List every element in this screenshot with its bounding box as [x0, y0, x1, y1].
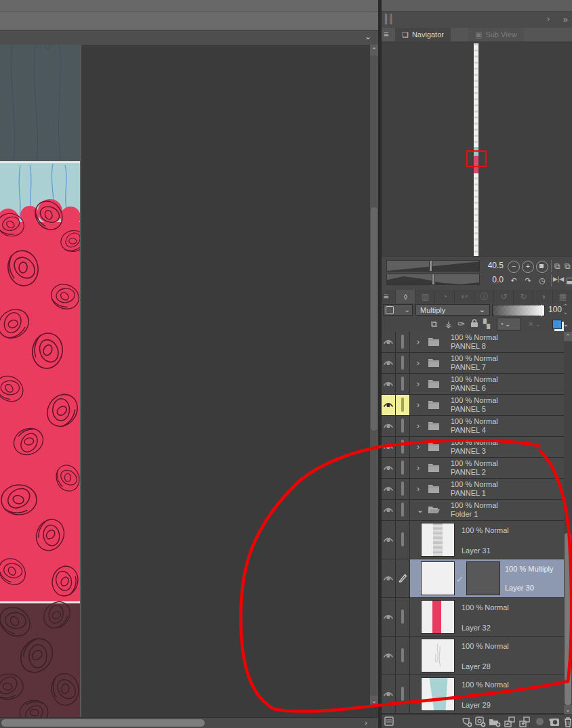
- layer-folder-row[interactable]: › 100 % Normal PANNEL 8: [382, 332, 564, 353]
- layer-checkbox[interactable]: [396, 500, 410, 520]
- layer-visibility-eye-icon[interactable]: [382, 332, 396, 352]
- canvas-vertical-scrollbar[interactable]: ⌃ ⌄: [370, 45, 378, 706]
- layer-thumbnail[interactable]: [421, 639, 455, 672]
- layer-row-main[interactable]: ⌄ 100 % Normal Folder 1: [410, 500, 564, 520]
- layer-checkbox[interactable]: [396, 458, 410, 478]
- layer-checkbox[interactable]: [396, 353, 410, 373]
- layer-scroll-thumb[interactable]: [565, 533, 571, 705]
- layer-visibility-eye-icon[interactable]: [382, 416, 396, 436]
- navigator-view-rectangle[interactable]: [466, 150, 487, 167]
- zoom-slider[interactable]: [386, 260, 480, 272]
- new-layer-settings-icon[interactable]: [475, 716, 487, 727]
- chevron-right-icon[interactable]: ›: [417, 358, 420, 368]
- chevron-right-icon[interactable]: ›: [417, 400, 420, 410]
- layer-folder-row[interactable]: › 100 % Normal PANNEL 4: [382, 416, 564, 437]
- expand-panel-icon[interactable]: »: [563, 14, 568, 24]
- palette-tab-auto-action-palette[interactable]: ◔: [434, 290, 455, 303]
- layer-row-main[interactable]: 100 % Normal Layer 28: [410, 637, 564, 675]
- palette-tab-information-palette[interactable]: ⓘ: [474, 290, 494, 303]
- layer-visibility-eye-icon[interactable]: [382, 598, 396, 636]
- scroll-up-icon[interactable]: ⌃: [564, 332, 572, 341]
- new-folder-icon[interactable]: [489, 716, 502, 727]
- layer-row[interactable]: 100 % Normal Layer 29: [382, 675, 564, 714]
- palette-tab-material-palette-1[interactable]: ↺: [493, 290, 514, 303]
- chevron-right-icon[interactable]: ›: [417, 421, 420, 431]
- chevron-right-icon[interactable]: ›: [417, 379, 420, 389]
- layer-row-main[interactable]: › 100 % Normal PANNEL 3: [410, 437, 564, 457]
- layer-row-main[interactable]: › 100 % Normal PANNEL 7: [410, 353, 564, 373]
- layer-folder-row[interactable]: › 100 % Normal PANNEL 3: [382, 437, 564, 458]
- scroll-down-icon[interactable]: ⌄: [370, 695, 378, 706]
- layer-row[interactable]: 100 % Normal Layer 32: [382, 598, 564, 637]
- transfer-to-lower-icon[interactable]: [504, 716, 516, 727]
- tab-sub-view[interactable]: ▣ Sub View: [468, 28, 524, 41]
- layer-row[interactable]: 100 % Normal Layer 31: [382, 521, 564, 559]
- layer-folder-row[interactable]: › 100 % Normal PANNEL 6: [382, 374, 564, 395]
- lock-layer-icon[interactable]: [470, 319, 478, 328]
- layer-visibility-eye-icon[interactable]: [382, 374, 396, 394]
- layer-checkbox[interactable]: [396, 479, 410, 499]
- reference-layer-icon[interactable]: ⚶: [445, 319, 452, 329]
- rotate-left-button[interactable]: ↶: [508, 275, 520, 287]
- layer-folder-row[interactable]: › 100 % Normal PANNEL 2: [382, 458, 564, 479]
- layer-row-main[interactable]: › 100 % Normal PANNEL 5: [410, 395, 564, 415]
- layer-visibility-eye-icon[interactable]: [382, 437, 396, 457]
- layer-visibility-eye-icon[interactable]: [382, 353, 396, 373]
- apply-mask-icon[interactable]: [548, 716, 561, 727]
- blend-mode-dropdown[interactable]: Multiply⌄: [415, 304, 490, 316]
- palette-list-icon[interactable]: [384, 716, 394, 726]
- zoom-in-button[interactable]: +: [522, 261, 534, 273]
- layer-mask-thumbnail[interactable]: [466, 561, 500, 595]
- chevron-right-icon[interactable]: ›: [417, 442, 420, 452]
- layer-thumbnail[interactable]: [421, 523, 455, 557]
- layer-checkbox[interactable]: [396, 395, 410, 415]
- layer-editing-pen-icon[interactable]: [396, 559, 410, 597]
- rotate-slider[interactable]: [386, 274, 480, 285]
- layer-visibility-eye-icon[interactable]: [382, 521, 396, 559]
- layer-row-main[interactable]: 100 % Normal Layer 32: [410, 598, 564, 636]
- horizontal-scroll-thumb[interactable]: [1, 719, 205, 727]
- layer-checkbox[interactable]: [396, 675, 410, 713]
- layer-thumbnail[interactable]: [421, 677, 455, 711]
- layer-thumbnail[interactable]: [421, 561, 455, 595]
- mask-icon[interactable]: [535, 716, 545, 727]
- flip-vertical-icon[interactable]: ⬓: [566, 276, 572, 285]
- layer-checkbox[interactable]: [396, 637, 410, 675]
- layer-row-main[interactable]: ✓100 % Multiply Layer 30: [410, 559, 564, 597]
- layer-row[interactable]: ✓100 % Multiply Layer 30: [382, 559, 564, 598]
- palette-tab-material-palette-2[interactable]: ↻: [513, 290, 533, 303]
- palette-tab-grid-palette[interactable]: ▦: [552, 290, 572, 303]
- layer-color-dropdown[interactable]: ⌄: [550, 318, 571, 330]
- layer-row-main[interactable]: › 100 % Normal PANNEL 2: [410, 458, 564, 478]
- chevron-down-icon[interactable]: ⌄: [365, 32, 371, 41]
- chevron-right-icon[interactable]: ›: [417, 463, 420, 473]
- layer-checkbox[interactable]: [396, 374, 410, 394]
- layer-row-main[interactable]: › 100 % Normal PANNEL 1: [410, 479, 564, 499]
- layer-visibility-eye-icon[interactable]: [382, 395, 396, 415]
- layer-row-main[interactable]: 100 % Normal Layer 31: [410, 521, 564, 559]
- layer-folder-row[interactable]: › 100 % Normal PANNEL 7: [382, 353, 564, 374]
- layer-folder-row[interactable]: › 100 % Normal PANNEL 5: [382, 395, 564, 416]
- layer-visibility-eye-icon[interactable]: [382, 458, 396, 478]
- palette-tab-history-palette[interactable]: ↩: [454, 290, 474, 303]
- draft-layer-icon[interactable]: ✑: [457, 319, 465, 329]
- scroll-down-icon[interactable]: ⌄: [564, 705, 572, 714]
- layer-row[interactable]: 100 % Normal Layer 28: [382, 637, 564, 675]
- fit-to-window-icon[interactable]: ⧉: [565, 261, 571, 271]
- navigator-preview[interactable]: [382, 41, 572, 256]
- layer-visibility-eye-icon[interactable]: [382, 559, 396, 597]
- panel-grip-icon[interactable]: ║║: [383, 14, 392, 24]
- lock-transparent-pixels-icon[interactable]: ▚: [483, 319, 490, 329]
- rotate-reset-button[interactable]: ◷: [536, 275, 548, 287]
- layer-visibility-eye-icon[interactable]: [382, 479, 396, 499]
- layer-checkbox[interactable]: [396, 332, 410, 352]
- enable-mask-button[interactable]: ◔⌄: [497, 318, 521, 330]
- layer-row-main[interactable]: › 100 % Normal PANNEL 8: [410, 332, 564, 352]
- canvas-viewport[interactable]: [0, 45, 370, 717]
- rotate-right-button[interactable]: ↷: [522, 275, 534, 287]
- layer-row-main[interactable]: › 100 % Normal PANNEL 6: [410, 374, 564, 394]
- vertical-scroll-thumb[interactable]: [371, 207, 377, 431]
- chevron-down-icon[interactable]: ⌄: [417, 505, 424, 515]
- chevron-right-icon[interactable]: ›: [417, 484, 420, 494]
- new-raster-layer-icon[interactable]: [462, 716, 473, 727]
